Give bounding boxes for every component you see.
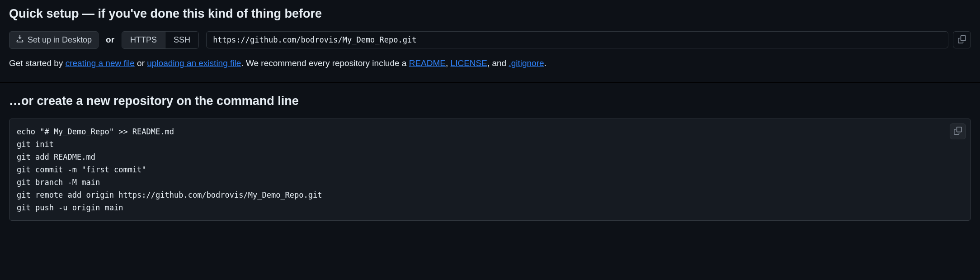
license-link[interactable]: LICENSE xyxy=(451,58,487,68)
readme-link[interactable]: README xyxy=(409,58,446,68)
cmdline-code[interactable]: echo "# My_Demo_Repo" >> README.md git i… xyxy=(17,125,963,214)
setup-in-desktop-label: Set up in Desktop xyxy=(28,35,92,45)
quick-setup-heading: Quick setup — if you've done this kind o… xyxy=(9,5,971,23)
or-label: or xyxy=(106,33,114,47)
upload-existing-file-link[interactable]: uploading an existing file xyxy=(147,58,241,68)
ssh-button[interactable]: SSH xyxy=(165,32,198,48)
starter-suffix: . xyxy=(544,58,547,68)
copy-icon xyxy=(958,35,966,45)
starter-mid1: or xyxy=(135,58,147,68)
clone-url-wrap xyxy=(206,31,971,48)
create-new-file-link[interactable]: creating a new file xyxy=(66,58,135,68)
protocol-toggle: HTTPS SSH xyxy=(122,31,199,49)
starter-sep1: , xyxy=(446,58,451,68)
starter-mid2: . We recommend every repository include … xyxy=(241,58,409,68)
cmdline-heading: …or create a new repository on the comma… xyxy=(9,92,971,110)
setup-row: Set up in Desktop or HTTPS SSH xyxy=(9,31,971,49)
code-block-wrap: echo "# My_Demo_Repo" >> README.md git i… xyxy=(9,119,971,221)
copy-code-button[interactable] xyxy=(950,123,966,139)
starter-text: Get started by creating a new file or up… xyxy=(9,57,971,70)
gitignore-link[interactable]: .gitignore xyxy=(509,58,544,68)
clone-url-input[interactable] xyxy=(206,31,948,48)
setup-in-desktop-button[interactable]: Set up in Desktop xyxy=(9,31,99,49)
copy-url-button[interactable] xyxy=(953,31,971,48)
starter-prefix: Get started by xyxy=(9,58,66,68)
https-button[interactable]: HTTPS xyxy=(122,32,165,48)
copy-icon xyxy=(954,127,962,136)
desktop-download-icon xyxy=(16,35,24,45)
starter-sep2: , and xyxy=(487,58,509,68)
